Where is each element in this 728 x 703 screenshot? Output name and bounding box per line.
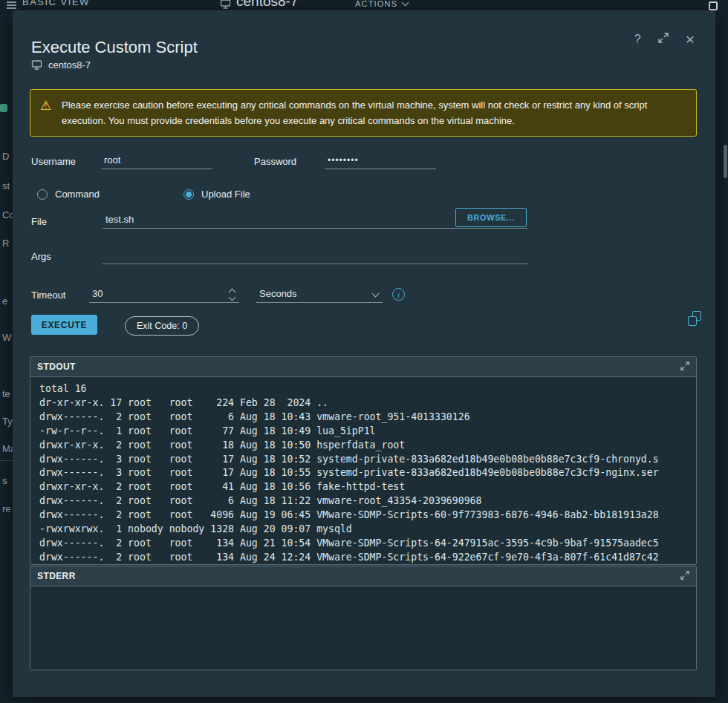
sidebar-item[interactable]: st [2,180,10,192]
vm-icon [220,0,231,10]
sidebar-item[interactable]: W [2,332,11,343]
timeout-unit-select[interactable]: Seconds [256,285,383,303]
close-icon[interactable]: × [686,33,695,45]
file-value: test.sh [105,214,134,225]
menu-icon[interactable] [7,1,16,9]
file-label: File [31,216,47,227]
background-topright-icon[interactable] [709,1,718,10]
warning-text: Please exercise caution before executing… [62,99,647,126]
sidebar-item[interactable]: R [2,238,9,249]
timeout-unit-value: Seconds [259,288,297,299]
radio-upload-file[interactable]: Upload File [183,189,250,200]
expand-stderr-icon[interactable] [680,571,689,582]
execute-custom-script-dialog: Execute Custom Script ? × centos8-7 ⚠ Pl… [13,10,715,697]
args-label: Args [31,251,51,262]
stdout-header: STDOUT [30,357,696,377]
warning-icon: ⚠ [40,98,51,114]
stderr-content [30,586,696,597]
sidebar-item[interactable]: e [2,295,7,307]
stepper-arrows-icon[interactable] [230,290,235,300]
radio-upload-circle[interactable] [183,189,194,200]
scrollbar-thumb[interactable] [724,145,727,178]
actions-menu[interactable]: ACTIONS [355,0,408,8]
password-label: Password [254,156,296,167]
chevron-down-icon [372,290,380,298]
timeout-label: Timeout [31,290,65,301]
browse-button[interactable]: BROWSE... [455,208,527,227]
password-field[interactable]: •••••••• [325,151,436,169]
sidebar-item[interactable]: Co [2,209,13,220]
stderr-header: STDERR [30,566,696,586]
dialog-titlebar-icons: ? × [634,33,695,46]
stdout-body: total 16 dr-xr-xr-x. 17 root root 224 Fe… [30,377,696,564]
help-icon[interactable]: ? [634,33,641,46]
password-value: •••••••• [328,155,359,166]
expand-stdout-icon[interactable] [680,362,689,373]
expand-dialog-icon[interactable] [658,33,669,46]
dialog-title: Execute Custom Script [31,38,198,57]
stdout-title: STDOUT [37,362,76,372]
exit-code-badge: Exit Code: 0 [125,316,199,336]
actions-label: ACTIONS [355,0,397,8]
radio-upload-label: Upload File [201,189,250,200]
sidebar-item[interactable]: s [2,475,7,486]
sidebar-item[interactable]: te [2,388,10,399]
status-badge [0,104,7,112]
username-value: root [104,154,120,166]
copy-icon[interactable] [688,311,701,326]
radio-command-label: Command [55,189,100,200]
args-field[interactable] [103,246,527,264]
radio-command-circle[interactable] [37,189,48,200]
vm-name: centos8-7 [48,59,91,71]
sidebar-item[interactable]: re [2,503,11,514]
stderr-panel: STDERR [30,566,697,670]
vm-icon [31,60,42,70]
info-icon[interactable]: i [392,288,405,301]
stderr-body [30,586,696,670]
execute-button[interactable]: EXECUTE [31,315,97,335]
warning-banner: ⚠ Please exercise caution before executi… [30,89,697,137]
timeout-stepper[interactable]: 30 [89,285,239,303]
sidebar-item[interactable]: Ma [2,443,13,454]
background-vm-title: centos8-7 [236,0,298,10]
chevron-down-icon [402,0,409,6]
stdout-content: total 16 dr-xr-xr-x. 17 root root 224 Fe… [30,377,696,564]
background-sidebar: D st Co R e W te Ty Ma s re [0,10,13,703]
background-topbar: BASIC VIEW centos8-7 ACTIONS [0,0,728,10]
username-label: Username [31,156,76,167]
timeout-value: 30 [92,288,103,299]
username-field[interactable]: root [101,151,212,169]
divider [0,460,13,461]
stdout-panel: STDOUT total 16 dr-xr-xr-x. 17 root root… [30,356,697,565]
stderr-title: STDERR [37,571,76,581]
radio-command[interactable]: Command [37,189,100,200]
vm-identity: centos8-7 [31,59,91,71]
basic-view-label[interactable]: BASIC VIEW [22,0,90,7]
sidebar-item[interactable]: Ty [2,416,13,427]
sidebar-item[interactable]: D [2,151,9,162]
